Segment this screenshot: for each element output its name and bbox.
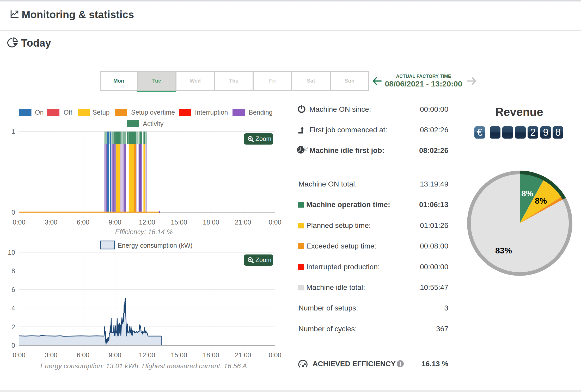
svg-text:9:00: 9:00	[109, 219, 121, 226]
svg-text:0: 0	[11, 209, 15, 216]
svg-text:18:00: 18:00	[203, 351, 219, 359]
svg-text:0:00: 0:00	[13, 351, 26, 359]
svg-text:3:00: 3:00	[45, 219, 57, 226]
svg-text:3:00: 3:00	[45, 351, 57, 359]
svg-text:8%: 8%	[535, 196, 547, 206]
svg-text:Bending: Bending	[249, 109, 273, 116]
svg-text:Zoom: Zoom	[255, 256, 271, 263]
svg-text:6:00: 6:00	[77, 219, 89, 226]
svg-text:21:00: 21:00	[235, 219, 251, 226]
svg-text:Off: Off	[64, 109, 72, 116]
svg-text:Energy consumption (kW): Energy consumption (kW)	[118, 242, 193, 249]
svg-text:12:00: 12:00	[139, 219, 155, 226]
svg-text:18:00: 18:00	[203, 219, 219, 226]
svg-text:8: 8	[11, 267, 15, 275]
svg-text:z: z	[307, 146, 309, 150]
svg-text:6:00: 6:00	[77, 351, 89, 359]
svg-text:83%: 83%	[495, 246, 512, 255]
svg-text:21:00: 21:00	[235, 351, 251, 359]
svg-text:Setup: Setup	[93, 109, 109, 116]
svg-text:6: 6	[11, 286, 15, 293]
svg-text:15:00: 15:00	[171, 219, 187, 226]
svg-text:0:00: 0:00	[269, 219, 282, 226]
svg-text:On: On	[35, 109, 44, 116]
svg-text:12:00: 12:00	[139, 351, 155, 359]
svg-text:4: 4	[11, 304, 15, 312]
svg-text:Efficiency: 16.14 %: Efficiency: 16.14 %	[115, 228, 173, 236]
svg-text:Interruption: Interruption	[195, 109, 228, 116]
svg-text:9:00: 9:00	[109, 351, 121, 359]
svg-text:Setup overtime: Setup overtime	[131, 109, 175, 116]
svg-text:2: 2	[11, 323, 15, 331]
svg-text:0: 0	[11, 342, 15, 349]
svg-text:10: 10	[8, 249, 15, 256]
svg-text:15:00: 15:00	[171, 351, 187, 359]
svg-text:0:00: 0:00	[13, 219, 26, 226]
svg-text:Zoom: Zoom	[255, 135, 271, 142]
svg-text:8%: 8%	[521, 189, 533, 198]
svg-text:Energy consumption: 13.01 kWh,: Energy consumption: 13.01 kWh, Highest m…	[40, 362, 247, 370]
svg-text:Z: Z	[305, 147, 307, 152]
svg-text:1: 1	[11, 128, 15, 135]
svg-text:Activity: Activity	[143, 120, 164, 127]
svg-text:0:00: 0:00	[269, 351, 282, 359]
